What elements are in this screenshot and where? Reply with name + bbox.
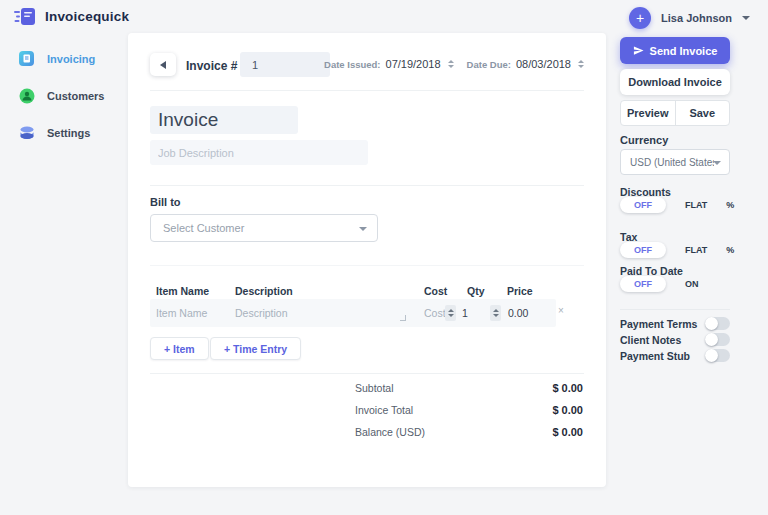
- brand: Invoicequick: [14, 7, 129, 26]
- sidebar: Invoicing Customers Settings: [0, 44, 128, 155]
- payment-terms-toggle[interactable]: [705, 317, 730, 330]
- paid-to-date-off-option[interactable]: OFF: [620, 276, 666, 292]
- back-button[interactable]: [150, 53, 176, 76]
- date-issued-value[interactable]: 07/19/2018: [386, 58, 441, 70]
- customers-icon: [18, 87, 35, 104]
- invoice-total-value: $ 0.00: [552, 404, 583, 416]
- discounts-options: OFF FLAT %: [620, 197, 734, 213]
- add-time-entry-button[interactable]: + Time Entry: [210, 337, 301, 360]
- currency-label: Currency: [620, 134, 668, 146]
- currency-select[interactable]: USD (United States ...: [620, 149, 730, 175]
- cost-stepper-icon[interactable]: [445, 305, 456, 321]
- add-new-button[interactable]: +: [629, 7, 651, 29]
- currency-select-value: USD (United States ...: [630, 157, 714, 168]
- item-cost-input[interactable]: Cost: [424, 307, 446, 319]
- tax-options: OFF FLAT %: [620, 242, 734, 258]
- balance-value: $ 0.00: [552, 426, 583, 438]
- item-qty-input[interactable]: 1: [462, 307, 468, 319]
- invoice-number-input[interactable]: [240, 52, 330, 77]
- back-arrow-icon: [160, 61, 166, 69]
- customer-select-value: Select Customer: [163, 222, 244, 234]
- divider: [150, 185, 584, 186]
- invoice-title-input[interactable]: [150, 106, 298, 134]
- column-header-qty: Qty: [467, 285, 485, 297]
- item-description-input[interactable]: Description: [235, 307, 288, 319]
- paid-to-date-on-option[interactable]: ON: [685, 279, 699, 289]
- remove-row-icon[interactable]: ×: [558, 305, 564, 316]
- download-invoice-button[interactable]: Download Invoice: [620, 69, 730, 95]
- item-name-input[interactable]: Item Name: [156, 307, 207, 319]
- date-issued-stepper-icon[interactable]: [448, 60, 454, 68]
- user-menu-chevron-down-icon[interactable]: [742, 16, 750, 20]
- top-bar: Invoicequick + Lisa Johnson: [0, 0, 768, 32]
- subtotal-value: $ 0.00: [552, 382, 583, 394]
- send-invoice-label: Send Invoice: [650, 45, 718, 57]
- client-notes-label: Client Notes: [620, 334, 681, 346]
- invoice-number-label: Invoice #: [186, 59, 237, 73]
- client-notes-row: Client Notes: [620, 333, 730, 346]
- date-issued-label: Date Issued:: [324, 59, 381, 70]
- invoice-total-label: Invoice Total: [355, 404, 413, 416]
- tax-percent-option[interactable]: %: [726, 245, 734, 255]
- tax-off-option[interactable]: OFF: [620, 242, 666, 258]
- panel-divider: [620, 309, 730, 310]
- payment-stub-row: Payment Stub: [620, 349, 730, 362]
- balance-label: Balance (USD): [355, 426, 425, 438]
- job-description-input[interactable]: [150, 140, 368, 165]
- date-due-stepper-icon[interactable]: [578, 60, 584, 68]
- date-due-value[interactable]: 08/03/2018: [516, 58, 571, 70]
- invoice-dates: Date Issued: 07/19/2018 Date Due: 08/03/…: [324, 58, 586, 70]
- subtotal-label: Subtotal: [355, 382, 394, 394]
- save-button[interactable]: Save: [676, 101, 730, 125]
- column-header-price: Price: [507, 285, 533, 297]
- payment-terms-row: Payment Terms: [620, 317, 730, 330]
- qty-stepper-icon[interactable]: [490, 305, 501, 321]
- column-header-item-name: Item Name: [156, 285, 209, 297]
- subtotal-row: Subtotal $ 0.00: [355, 382, 583, 394]
- divider: [150, 265, 584, 266]
- invoicequick-logo-icon: [14, 7, 37, 26]
- divider: [150, 90, 584, 91]
- discounts-flat-option[interactable]: FLAT: [685, 200, 707, 210]
- sidebar-item-settings[interactable]: Settings: [0, 118, 128, 147]
- date-due-label: Date Due:: [467, 59, 511, 70]
- textarea-resize-handle-icon[interactable]: [400, 315, 406, 321]
- discounts-off-option[interactable]: OFF: [620, 197, 666, 213]
- tax-flat-option[interactable]: FLAT: [685, 245, 707, 255]
- bill-to-label: Bill to: [150, 196, 181, 208]
- sidebar-label-customers: Customers: [47, 90, 104, 102]
- add-item-button[interactable]: + Item: [150, 337, 209, 360]
- item-row: Item Name Description Cost 1 0.00: [150, 299, 556, 327]
- balance-row: Balance (USD) $ 0.00: [355, 426, 583, 438]
- invoicing-icon: [18, 50, 35, 67]
- customer-select-caret-icon: [359, 227, 367, 231]
- invoice-total-row: Invoice Total $ 0.00: [355, 404, 583, 416]
- item-price-value[interactable]: 0.00: [508, 307, 528, 319]
- toggle-knob: [705, 349, 718, 362]
- user-name[interactable]: Lisa Johnson: [661, 12, 732, 24]
- preview-button[interactable]: Preview: [621, 101, 675, 125]
- payment-terms-label: Payment Terms: [620, 318, 697, 330]
- payment-stub-toggle[interactable]: [705, 349, 730, 362]
- payment-stub-label: Payment Stub: [620, 350, 690, 362]
- preview-save-group: Preview Save: [620, 100, 730, 126]
- toggle-knob: [705, 317, 718, 330]
- column-header-description: Description: [235, 285, 293, 297]
- send-paper-plane-icon: [633, 45, 644, 56]
- brand-name: Invoicequick: [45, 9, 129, 24]
- currency-select-caret-icon: [713, 161, 721, 165]
- sidebar-item-customers[interactable]: Customers: [0, 81, 128, 110]
- settings-icon: [18, 124, 35, 141]
- discounts-percent-option[interactable]: %: [726, 200, 734, 210]
- customer-select[interactable]: Select Customer: [150, 214, 378, 242]
- toggle-knob: [705, 333, 718, 346]
- sidebar-label-invoicing: Invoicing: [47, 53, 95, 65]
- sidebar-item-invoicing[interactable]: Invoicing: [0, 44, 128, 73]
- client-notes-toggle[interactable]: [705, 333, 730, 346]
- divider: [150, 373, 584, 374]
- column-header-cost: Cost: [424, 285, 447, 297]
- invoice-card: Invoice # Date Issued: 07/19/2018 Date D…: [128, 33, 606, 487]
- send-invoice-button[interactable]: Send Invoice: [620, 37, 730, 64]
- user-area: + Lisa Johnson: [629, 7, 750, 29]
- sidebar-label-settings: Settings: [47, 127, 90, 139]
